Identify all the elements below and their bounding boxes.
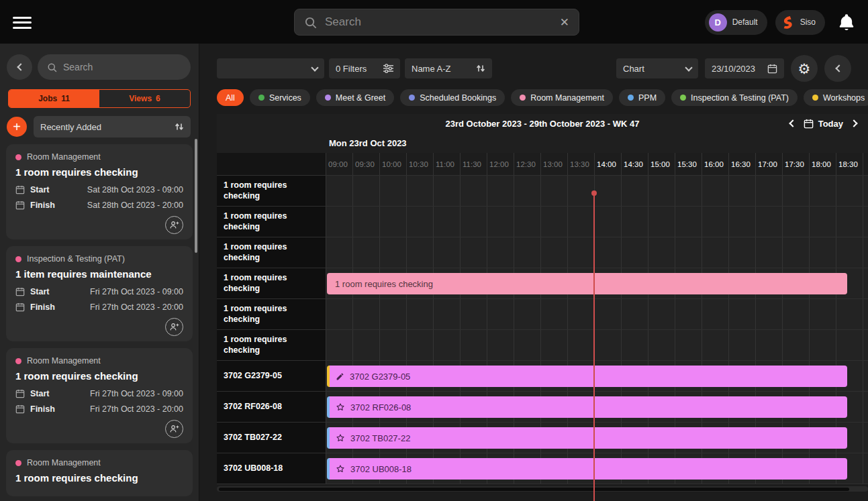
pencil-icon (336, 372, 344, 381)
brand-pill[interactable]: Siso (775, 10, 825, 35)
event-bar[interactable]: 3702 RF026-08 (327, 396, 847, 418)
filter-chip-workshops[interactable]: Workshops (804, 89, 868, 106)
time-label: 12:00 (489, 160, 509, 168)
calendar-controls: Today (788, 119, 868, 129)
chip-label: Workshops (823, 93, 865, 103)
category-dot (520, 95, 526, 101)
job-start-value: Fri 27th Oct 2023 - 09:00 (90, 287, 183, 296)
sidebar-search (38, 54, 191, 80)
row-track[interactable]: 3702 TB027-22 (326, 423, 868, 453)
row-track[interactable]: 3702 G2379-05 (326, 361, 868, 391)
date-picker[interactable]: 23/10/2023 (705, 58, 784, 78)
calendar-icon (767, 64, 777, 74)
profile-pill[interactable]: D Default (705, 10, 767, 35)
row-track[interactable]: 3702 UB008-18 (326, 453, 868, 484)
row-track[interactable]: 1 room requires checking (326, 268, 868, 298)
tab-jobs[interactable]: Jobs 11 (9, 90, 99, 107)
row-track[interactable] (326, 330, 868, 360)
settings-button[interactable]: ⚙ (791, 55, 818, 82)
star-icon (336, 402, 345, 412)
category-dot (15, 460, 21, 466)
job-category-label: Inspection & Testing (PAT) (27, 254, 125, 264)
category-dot (628, 95, 634, 101)
filter-chip-inspection-testing-pat[interactable]: Inspection & Testing (PAT) (671, 89, 798, 106)
row-track[interactable] (326, 176, 868, 206)
job-card[interactable]: Room Management1 room requires checking (6, 450, 193, 496)
notifications-bell-icon[interactable] (837, 12, 856, 32)
job-finish-row: FinishSat 28th Oct 2023 - 20:00 (15, 201, 183, 210)
horizontal-scrollbar[interactable] (217, 486, 868, 492)
event-label: 3702 UB008-18 (350, 464, 412, 474)
calendar-icon (15, 389, 25, 398)
current-time-marker (591, 190, 597, 196)
job-card[interactable]: Inspection & Testing (PAT)1 item require… (6, 246, 193, 341)
assign-person-button[interactable] (165, 216, 183, 234)
event-bar[interactable]: 1 room requires checking (327, 273, 847, 294)
category-dot (409, 95, 415, 101)
filter-chip-services[interactable]: Services (250, 89, 310, 106)
calendar-icon (15, 287, 25, 296)
filters-button[interactable]: 0 Filters (329, 58, 400, 78)
prev-week-icon[interactable] (788, 121, 795, 126)
event-bar[interactable]: 3702 TB027-22 (327, 427, 847, 449)
job-category: Room Management (15, 152, 183, 162)
sidebar-search-input[interactable] (63, 62, 181, 72)
global-search: ✕ (294, 9, 579, 36)
sidebar-back-button[interactable] (7, 54, 32, 80)
row-label: 1 room requires checking (217, 330, 326, 360)
name-sort-label: Name A-Z (412, 64, 451, 74)
job-start-row: StartFri 27th Oct 2023 - 09:00 (15, 389, 183, 398)
sort-arrows-icon (476, 64, 485, 73)
filter-chip-meet-greet[interactable]: Meet & Greet (316, 89, 394, 106)
group-select[interactable] (217, 58, 324, 78)
filter-chip-room-management[interactable]: Room Management (511, 89, 613, 106)
sidebar-sort-row: + Recently Added (7, 116, 191, 137)
person-add-icon (169, 322, 179, 332)
event-bar[interactable]: 3702 UB008-18 (327, 458, 847, 480)
collapse-panel-button[interactable] (824, 55, 851, 82)
job-finish-label: Finish (30, 404, 55, 414)
time-label: 13:30 (570, 160, 589, 168)
filter-chip-all[interactable]: All (217, 89, 244, 106)
assign-person-button[interactable] (165, 318, 183, 336)
filter-chip-ppm[interactable]: PPM (619, 89, 665, 106)
job-category-label: Room Management (27, 356, 101, 366)
sidebar: Jobs 11 Views 6 + Recently Added Room Ma… (0, 44, 199, 501)
assign-person-button[interactable] (165, 420, 183, 438)
job-finish-label: Finish (30, 201, 55, 210)
global-search-input[interactable] (325, 15, 552, 29)
row-track[interactable] (326, 299, 868, 329)
day-header: Mon 23rd Oct 2023 (217, 133, 868, 153)
view-mode-select[interactable]: Chart (616, 58, 698, 78)
scrollbar-thumb[interactable] (219, 488, 849, 491)
name-sort-button[interactable]: Name A-Z (405, 58, 492, 78)
row-track[interactable] (326, 237, 868, 268)
add-job-button[interactable]: + (7, 117, 27, 137)
filters-label: 0 Filters (336, 64, 367, 74)
sidebar-scrollbar[interactable] (195, 139, 197, 253)
row-track[interactable]: 3702 RF026-08 (326, 392, 868, 422)
tab-views[interactable]: Views 6 (99, 90, 190, 107)
menu-icon[interactable] (13, 13, 32, 32)
chip-label: All (226, 93, 235, 103)
job-sort-select[interactable]: Recently Added (34, 116, 191, 137)
next-week-icon[interactable] (851, 121, 859, 126)
today-button[interactable]: Today (804, 119, 843, 129)
clear-search-icon[interactable]: ✕ (560, 15, 569, 30)
filter-sliders-icon (383, 64, 393, 73)
job-card[interactable]: Room Management1 room requires checkingS… (6, 144, 193, 239)
tab-views-count: 6 (156, 94, 160, 103)
grid-row: 1 room requires checking1 room requires … (217, 268, 868, 299)
job-card[interactable]: Room Management1 room requires checkingS… (6, 348, 193, 443)
job-start-label: Start (30, 185, 49, 194)
row-track[interactable] (326, 207, 868, 237)
category-dot (258, 95, 264, 101)
avatar: D (709, 13, 727, 32)
time-label: 17:30 (785, 160, 804, 168)
row-label: 3702 G2379-05 (217, 361, 326, 391)
filter-chip-scheduled-bookings[interactable]: Scheduled Bookings (400, 89, 505, 106)
job-title: 1 room requires checking (15, 166, 183, 178)
time-label: 13:00 (543, 160, 563, 168)
event-bar[interactable]: 3702 G2379-05 (327, 366, 847, 387)
category-dot (325, 95, 331, 101)
